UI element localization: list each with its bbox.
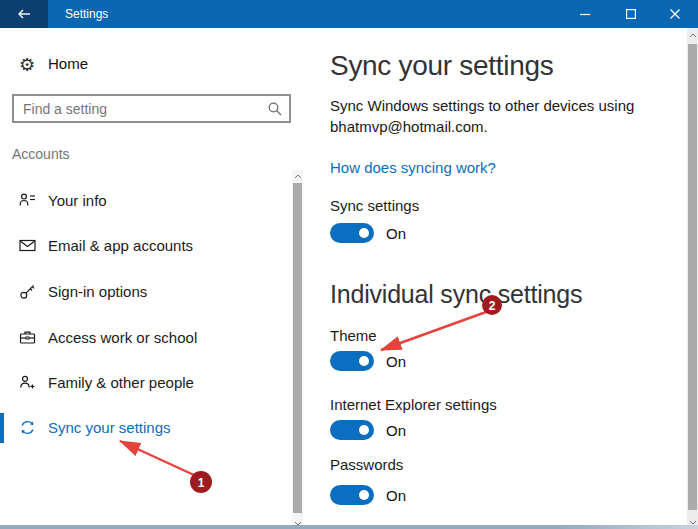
- sidebar-item-label: Email & app accounts: [48, 237, 193, 254]
- close-button[interactable]: [652, 0, 698, 28]
- sidebar-section-accounts: Accounts: [12, 146, 70, 162]
- add-person-icon: [19, 374, 36, 391]
- window-bottom-edge: [0, 525, 698, 529]
- back-button[interactable]: [0, 0, 48, 28]
- scroll-up-arrow[interactable]: [688, 30, 697, 40]
- sidebar-item-sync-your-settings[interactable]: Sync your settings: [0, 413, 290, 443]
- sync-icon: [19, 419, 36, 436]
- passwords-toggle[interactable]: [330, 485, 374, 505]
- sidebar-item-label: Sync your settings: [48, 419, 171, 436]
- sidebar-item-email-accounts[interactable]: Email & app accounts: [0, 231, 290, 261]
- maximize-button[interactable]: [608, 0, 654, 28]
- toggle-knob: [359, 425, 369, 435]
- sidebar-item-your-info[interactable]: Your info: [0, 186, 290, 216]
- close-icon: [670, 9, 680, 19]
- left-arrow-icon: [16, 7, 32, 21]
- contact-icon: [19, 192, 36, 209]
- home-label: Home: [48, 55, 88, 72]
- passwords-label: Passwords: [330, 456, 403, 473]
- passwords-state: On: [386, 487, 406, 504]
- sidebar-item-family-other-people[interactable]: Family & other people: [0, 368, 290, 398]
- key-icon: [19, 283, 36, 300]
- titlebar: Settings: [0, 0, 698, 28]
- search-icon: [267, 101, 283, 121]
- internet-explorer-settings-state: On: [386, 422, 406, 439]
- sync-settings-label: Sync settings: [330, 197, 419, 214]
- sidebar-item-label: Access work or school: [48, 329, 197, 346]
- toggle-knob: [359, 228, 369, 238]
- search-input[interactable]: [14, 96, 289, 121]
- theme-state: On: [386, 353, 406, 370]
- theme-label: Theme: [330, 327, 377, 344]
- content-scrollbar: [687, 28, 698, 529]
- sync-settings-state: On: [386, 225, 406, 242]
- sync-description: Sync Windows settings to other devices u…: [330, 95, 666, 137]
- minimize-button[interactable]: [562, 0, 608, 28]
- selected-item-accent-bar: [0, 413, 4, 443]
- minimize-icon: [580, 9, 590, 19]
- search-box: [12, 94, 291, 123]
- settings-window: Settings ⚙ Home: [0, 0, 698, 529]
- sidebar-item-access-work-school[interactable]: Access work or school: [0, 323, 290, 353]
- content-pane: Sync your settings Sync Windows settings…: [310, 28, 687, 529]
- sidebar-item-label: Sign-in options: [48, 283, 147, 300]
- content-scrollbar-thumb[interactable]: [688, 44, 697, 510]
- sidebar-item-home[interactable]: ⚙ Home: [0, 50, 290, 80]
- sync-settings-toggle[interactable]: [330, 223, 374, 243]
- page-title: Sync your settings: [330, 50, 553, 82]
- toggle-knob: [359, 490, 369, 500]
- email-icon: [19, 237, 36, 254]
- internet-explorer-settings-toggle[interactable]: [330, 420, 374, 440]
- sidebar-item-sign-in-options[interactable]: Sign-in options: [0, 277, 290, 307]
- section-title: Individual sync settings: [330, 280, 582, 309]
- sidebar-scrollbar: [292, 170, 303, 529]
- briefcase-icon: [19, 329, 36, 346]
- theme-toggle[interactable]: [330, 351, 374, 371]
- maximize-icon: [626, 9, 636, 19]
- internet-explorer-settings-label: Internet Explorer settings: [330, 396, 497, 413]
- sidebar-item-label: Your info: [48, 192, 107, 209]
- how-does-syncing-work-link[interactable]: How does syncing work?: [330, 159, 496, 176]
- gear-icon: ⚙: [19, 54, 35, 76]
- sidebar-scrollbar-thumb[interactable]: [293, 183, 302, 513]
- sidebar-item-label: Family & other people: [48, 374, 194, 391]
- window-title: Settings: [65, 0, 108, 28]
- sidebar: ⚙ Home Accounts Your inf: [0, 28, 310, 529]
- scroll-up-arrow[interactable]: [293, 171, 302, 181]
- toggle-knob: [359, 356, 369, 366]
